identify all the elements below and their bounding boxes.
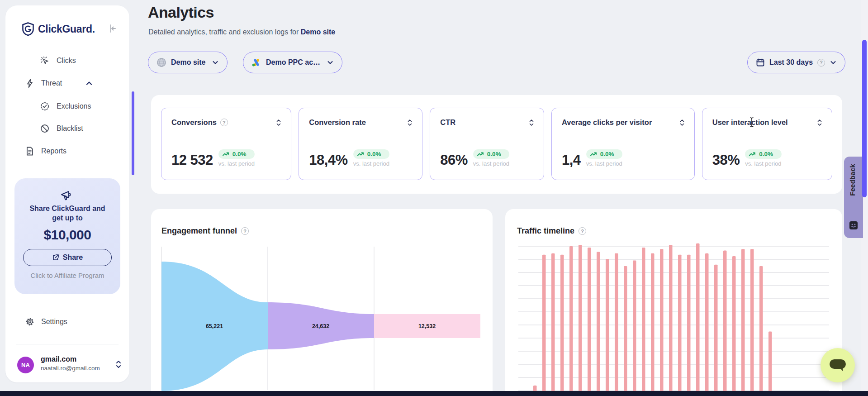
chevron-down-icon bbox=[830, 59, 837, 66]
timeline-bar bbox=[569, 246, 573, 396]
lightning-icon bbox=[25, 78, 35, 88]
stat-card-conversion-rate: Conversion rate18,4%0.0%vs. last period bbox=[299, 108, 422, 180]
share-button[interactable]: Share bbox=[23, 249, 112, 266]
sort-chevrons-icon[interactable] bbox=[816, 119, 823, 127]
affiliate-promo-card[interactable]: Share ClickGuard and get up to $10,000 S… bbox=[14, 178, 120, 294]
date-range-value: Last 30 days bbox=[769, 58, 813, 67]
subtitle-text: Detailed analytics, traffic and exclusio… bbox=[148, 28, 301, 36]
stat-card-ctr: CTR86%0.0%vs. last period bbox=[430, 108, 544, 180]
change-badge: 0.0% bbox=[218, 149, 255, 159]
stat-card-value: 12 532 bbox=[171, 153, 213, 167]
timeline-bar bbox=[687, 255, 691, 396]
change-value: 0.0% bbox=[232, 151, 247, 157]
text-cursor bbox=[749, 117, 754, 128]
compare-label: vs. last period bbox=[353, 160, 389, 167]
settings-label: Settings bbox=[41, 318, 67, 326]
stat-card-title: CTR bbox=[440, 118, 455, 127]
site-selector[interactable]: Demo site bbox=[148, 52, 228, 73]
chevron-up-icon[interactable] bbox=[85, 79, 93, 87]
timeline-bar bbox=[732, 256, 736, 396]
timeline-bar bbox=[560, 255, 564, 396]
timeline-bar bbox=[615, 253, 618, 396]
stat-card-value: 38% bbox=[712, 153, 740, 167]
megaphone-icon bbox=[61, 189, 74, 202]
stat-card-value: 1,4 bbox=[562, 153, 581, 167]
funnel-stage-value: 65,221 bbox=[206, 323, 223, 329]
scrollbar-thumb[interactable] bbox=[862, 40, 867, 197]
timeline-bar bbox=[597, 252, 600, 396]
trend-up-icon bbox=[477, 151, 485, 157]
trend-up-icon bbox=[749, 151, 757, 157]
timeline-bar bbox=[723, 250, 727, 396]
sort-chevrons-icon[interactable] bbox=[275, 119, 282, 127]
clickguard-logo-icon bbox=[22, 22, 34, 36]
stat-card-title: Conversion rate bbox=[309, 118, 366, 127]
affiliate-program-link[interactable]: Click to Affiliate Program bbox=[14, 272, 120, 279]
analytics-dashboard: ClickGuard. ClicksThreatExclusionsBlackl… bbox=[0, 0, 868, 396]
trend-up-icon bbox=[590, 151, 598, 157]
bottom-edge-strip bbox=[0, 391, 868, 396]
sidebar-item-label: Blacklist bbox=[57, 124, 83, 133]
timeline-bar bbox=[660, 249, 664, 396]
sidebar-item-label: Reports bbox=[41, 147, 66, 155]
sidebar-collapse-icon[interactable] bbox=[108, 24, 118, 33]
calendar-icon bbox=[756, 58, 765, 67]
account-email: naatali.ro@gmail.com bbox=[41, 365, 100, 372]
compare-label: vs. last period bbox=[586, 160, 622, 167]
sort-chevrons-icon[interactable] bbox=[407, 119, 413, 127]
sidebar-item-blacklist[interactable]: Blacklist bbox=[5, 119, 129, 138]
badge-check-icon bbox=[40, 101, 50, 111]
gear-icon bbox=[25, 317, 35, 327]
sidebar-item-exclusions[interactable]: Exclusions bbox=[5, 97, 129, 115]
page-title: Analytics bbox=[148, 4, 214, 21]
help-icon[interactable]: ? bbox=[817, 59, 825, 67]
change-value: 0.0% bbox=[600, 151, 614, 157]
sort-chevrons-icon[interactable] bbox=[528, 119, 535, 127]
engagement-funnel-chart: 65,22124,63212,532 bbox=[151, 209, 493, 396]
sidebar-item-clicks[interactable]: Clicks bbox=[5, 52, 129, 70]
logo-row: ClickGuard. bbox=[22, 22, 124, 36]
change-value: 0.0% bbox=[487, 151, 501, 157]
timeline-bar bbox=[588, 248, 591, 396]
timeline-bar bbox=[551, 253, 555, 396]
change-badge: 0.0% bbox=[473, 149, 509, 159]
timeline-bar bbox=[750, 249, 754, 396]
sidebar: ClickGuard. ClicksThreatExclusionsBlackl… bbox=[5, 5, 129, 382]
compare-label: vs. last period bbox=[745, 160, 781, 167]
globe-icon bbox=[157, 57, 166, 67]
account-switcher[interactable]: NA gmail.com naatali.ro@gmail.com bbox=[5, 352, 129, 377]
ppc-account-value: Demo PPC ac… bbox=[266, 58, 320, 67]
ppc-account-selector[interactable]: Demo PPC ac… bbox=[243, 52, 342, 73]
select-chevrons-icon bbox=[115, 359, 122, 369]
sidebar-item-threat[interactable]: Threat bbox=[5, 74, 129, 92]
sidebar-item-label: Exclusions bbox=[57, 102, 91, 110]
change-value: 0.0% bbox=[759, 151, 773, 157]
stat-cards-row: Conversions?12 5320.0%vs. last periodCon… bbox=[161, 108, 832, 180]
stat-card-conversions: Conversions?12 5320.0%vs. last period bbox=[161, 108, 291, 180]
cursor-click-icon bbox=[40, 56, 50, 66]
timeline-bar bbox=[669, 245, 673, 396]
clickguard-logo: ClickGuard. bbox=[38, 23, 95, 35]
timeline-bar bbox=[768, 331, 772, 396]
chat-bubble-icon bbox=[829, 358, 847, 372]
timeline-bar bbox=[579, 245, 582, 396]
sidebar-divider bbox=[16, 344, 119, 344]
promo-amount: $10,000 bbox=[14, 227, 120, 243]
engagement-funnel-card: Engagement funnel ? 65,22124,63212,532 bbox=[151, 209, 493, 396]
stats-container: Conversions?12 5320.0%vs. last periodCon… bbox=[151, 95, 842, 194]
chat-launcher-button[interactable] bbox=[821, 348, 855, 382]
change-badge: 0.0% bbox=[353, 149, 389, 159]
feedback-tab[interactable]: Feedback bbox=[844, 157, 863, 238]
timeline-bar bbox=[705, 253, 709, 396]
timeline-bar bbox=[759, 266, 763, 396]
help-icon[interactable]: ? bbox=[220, 119, 228, 126]
sidebar-item-settings[interactable]: Settings bbox=[5, 312, 129, 331]
chevron-down-icon bbox=[212, 59, 219, 66]
date-range-selector[interactable]: Last 30 days ? bbox=[747, 52, 845, 73]
share-button-label: Share bbox=[63, 253, 83, 262]
promo-text-line2: get up to bbox=[14, 213, 120, 223]
sidebar-item-reports[interactable]: Reports bbox=[5, 142, 129, 160]
sort-chevrons-icon[interactable] bbox=[679, 119, 685, 127]
stat-card-title: Conversions bbox=[171, 118, 217, 127]
account-name: gmail.com bbox=[41, 355, 76, 363]
